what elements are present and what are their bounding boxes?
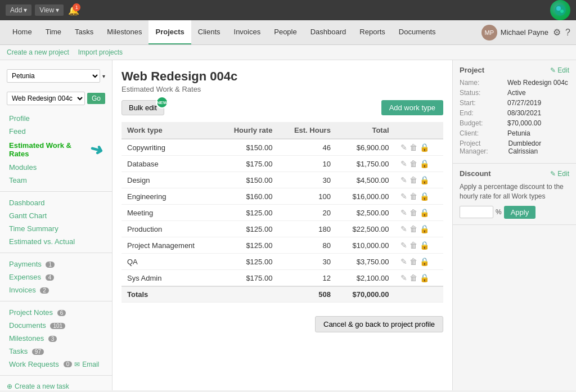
app-logo [550,0,570,20]
cell-hourly-rate: $125.00 [217,254,278,270]
sidebar-item-project-notes[interactable]: Project Notes 6 [0,306,112,319]
project-edit-button[interactable]: ✎ Edit [550,66,569,74]
arrow-indicator: ➜ [88,139,105,160]
sidebar-item-time-summary[interactable]: Time Summary [0,222,112,235]
project-notes-count: 6 [57,310,66,316]
settings-icon[interactable]: ⚙ [553,27,561,38]
sidebar-item-expenses[interactable]: Expenses 4 [0,271,112,283]
percent-label: % [496,208,502,216]
lock-row-icon[interactable]: 🔒 [420,257,429,266]
lock-row-icon[interactable]: 🔒 [420,208,429,217]
sidebar-item-gantt[interactable]: Gantt Chart [0,209,112,222]
bulk-edit-button[interactable]: Bulk edit NEW [122,100,164,115]
nav-dashboard[interactable]: Dashboard [304,20,353,44]
svg-point-1 [556,6,561,11]
lock-row-icon[interactable]: 🔒 [420,273,429,282]
sidebar-item-documents[interactable]: Documents 101 [0,319,112,332]
lock-row-icon[interactable]: 🔒 [420,159,429,168]
delete-row-icon[interactable]: 🗑 [410,257,417,266]
delete-row-icon[interactable]: 🗑 [410,273,417,282]
nav-bar: Home Time Tasks Milestones Projects Clie… [0,20,576,45]
cell-actions: ✎ 🗑 🔒 [395,172,443,188]
sidebar-item-invoices[interactable]: Invoices 2 [0,283,112,296]
sidebar-item-feed[interactable]: Feed [0,125,112,138]
client-select[interactable]: Petunia [7,69,100,83]
project-panel-header: Project ✎ Edit [460,66,569,74]
delete-row-icon[interactable]: 🗑 [410,208,417,217]
cell-actions: ✎ 🗑 🔒 [395,254,443,270]
nav-reports[interactable]: Reports [353,20,392,44]
cancel-button[interactable]: Cancel & go back to project profile [315,316,443,332]
edit-row-icon[interactable]: ✎ [400,273,407,282]
create-task-link[interactable]: ⊕ Create a new task [0,380,112,390]
create-project-link[interactable]: Create a new project [7,48,69,56]
import-projects-link[interactable]: Import projects [78,48,123,56]
delete-row-icon[interactable]: 🗑 [410,159,417,168]
sidebar-item-payments[interactable]: Payments 1 [0,258,112,271]
nav-projects[interactable]: Projects [148,20,191,44]
project-field-row: End: 08/30/2021 [460,109,569,117]
nav-milestones[interactable]: Milestones [100,20,148,44]
sidebar-item-profile[interactable]: Profile [0,112,112,125]
edit-row-icon[interactable]: ✎ [400,208,407,217]
delete-row-icon[interactable]: 🗑 [410,143,417,152]
go-button[interactable]: Go [87,93,105,104]
discount-panel-title: Discount [460,169,491,178]
nav-invoices[interactable]: Invoices [227,20,268,44]
delete-row-icon[interactable]: 🗑 [410,224,417,233]
discount-edit-button[interactable]: ✎ Edit [550,170,569,178]
edit-row-icon[interactable]: ✎ [400,192,407,201]
invoices-badge: 2 [40,287,49,294]
delete-row-icon[interactable]: 🗑 [410,192,417,201]
field-value: Petunia [507,129,530,137]
sidebar-item-dashboard[interactable]: Dashboard [0,196,112,209]
delete-row-icon[interactable]: 🗑 [410,241,417,250]
nav-people[interactable]: People [267,20,303,44]
lock-row-icon[interactable]: 🔒 [420,241,429,250]
sidebar-item-modules[interactable]: Modules [0,161,112,174]
lock-row-icon[interactable]: 🔒 [420,143,429,152]
sidebar-item-tasks[interactable]: Tasks 97 [0,345,112,358]
sidebar-item-estimated-work[interactable]: Estimated Work & Rates ➜ [0,138,112,161]
user-info: MP Michael Payne [482,25,548,40]
delete-row-icon[interactable]: 🗑 [410,175,417,184]
discount-input[interactable] [460,206,493,218]
table-row: Database $175.00 10 $1,750.00 ✎ 🗑 🔒 [122,156,443,172]
nav-documents[interactable]: Documents [392,20,443,44]
sidebar: Petunia ▾ Web Redesign 004c Go Profile F… [0,60,112,390]
sidebar-item-work-requests[interactable]: Work Requests 0 ✉ Email [0,358,112,371]
help-icon[interactable]: ? [565,28,570,38]
nav-time[interactable]: Time [39,20,68,44]
toolbar: Bulk edit NEW Add work type [122,100,443,115]
nav-home[interactable]: Home [6,20,39,44]
project-select[interactable]: Web Redesign 004c [7,92,85,105]
col-hourly-rate: Hourly rate [217,122,278,139]
new-badge: NEW [156,96,168,109]
cell-hourly-rate: $175.00 [217,270,278,287]
sidebar-item-estimated-actual[interactable]: Estimated vs. Actual [0,235,112,248]
apply-button[interactable]: Apply [504,206,536,219]
lock-row-icon[interactable]: 🔒 [420,192,429,201]
edit-row-icon[interactable]: ✎ [400,241,407,250]
sidebar-item-milestones[interactable]: Milestones 3 [0,332,112,345]
nav-tasks[interactable]: Tasks [68,20,100,44]
page-subtitle: Estimated Work & Rates [122,85,443,93]
discount-description: Apply a percentage discount to the hourl… [460,182,569,201]
edit-row-icon[interactable]: ✎ [400,257,407,266]
cell-actions: ✎ 🗑 🔒 [395,139,443,156]
nav-clients[interactable]: Clients [191,20,227,44]
discount-panel: Discount ✎ Edit Apply a percentage disco… [453,164,576,225]
lock-row-icon[interactable]: 🔒 [420,175,429,184]
edit-row-icon[interactable]: ✎ [400,175,407,184]
edit-row-icon[interactable]: ✎ [400,143,407,152]
totals-label: Totals [122,286,217,303]
view-button[interactable]: View ▾ [35,4,64,16]
add-work-type-button[interactable]: Add work type [381,100,443,115]
lock-row-icon[interactable]: 🔒 [420,224,429,233]
field-label: Name: [460,79,507,87]
edit-row-icon[interactable]: ✎ [400,159,407,168]
add-button[interactable]: Add ▾ [6,4,32,16]
edit-row-icon[interactable]: ✎ [400,224,407,233]
notifications-button[interactable]: 🔔 1 [67,3,80,17]
sidebar-item-team[interactable]: Team [0,174,112,187]
